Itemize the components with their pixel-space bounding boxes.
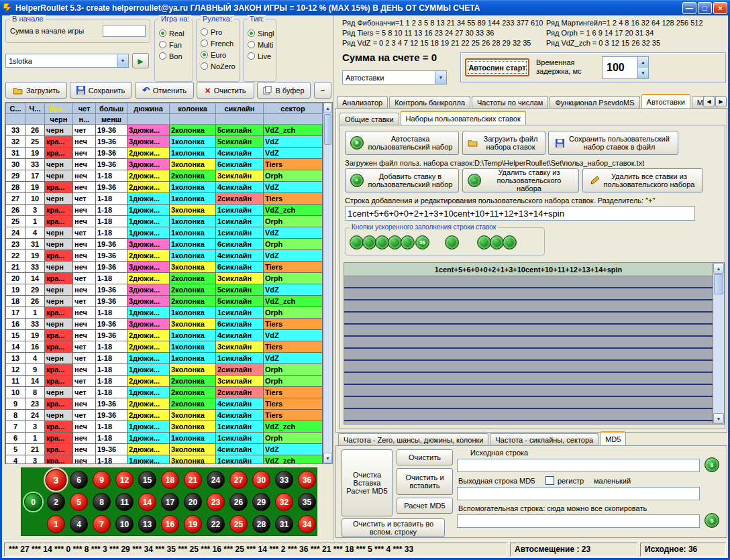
spin-down-icon[interactable]: ▼ <box>638 68 648 78</box>
md5-aux-input[interactable] <box>457 514 700 528</box>
undo-button[interactable]: ↶ Отменить <box>135 82 194 99</box>
bet-list-row[interactable] <box>344 397 713 409</box>
freq-tab-частота---сиклайны-сектора[interactable]: Частота - сиклайны, сектора <box>490 433 598 445</box>
board-number-19[interactable]: 19 <box>184 515 202 533</box>
minimize-button[interactable]: — <box>682 2 696 14</box>
bet-list-row[interactable] <box>344 276 713 288</box>
tabs-scroll-left-button[interactable]: ◀ <box>703 96 715 107</box>
chevron-down-icon[interactable]: ▼ <box>435 71 446 84</box>
remove-all-bets-button[interactable]: Удалить все ставки из пользовательского … <box>582 168 703 192</box>
quick-chip-button-7[interactable] <box>445 235 459 249</box>
delay-spinner[interactable]: 100 ▲ ▼ <box>602 56 649 79</box>
radio-option-pro[interactable]: Pro <box>201 26 236 38</box>
freq-tab-частота---zero-шансы-дюжины-колонки[interactable]: Частота - Zero, шансы, дюжины, колонки <box>338 433 488 445</box>
board-number-8[interactable]: 8 <box>93 493 111 511</box>
spin-up-icon[interactable]: ▲ <box>638 57 648 68</box>
tab-автоставки[interactable]: Автоставки <box>641 94 690 108</box>
board-number-7[interactable]: 7 <box>93 515 111 533</box>
board-number-28[interactable]: 28 <box>252 515 270 533</box>
bets-list-scrollbar[interactable]: ▲ ▼ <box>713 263 724 424</box>
quick-chip-button-6[interactable]: 5$ <box>415 235 429 249</box>
quick-chip-button-10[interactable] <box>503 235 517 249</box>
board-number-1[interactable]: 1 <box>47 515 65 533</box>
bet-list-row[interactable] <box>344 288 713 300</box>
radio-option-live[interactable]: Live <box>248 50 274 62</box>
minus-button[interactable]: − <box>314 82 331 99</box>
scroll-up-icon[interactable]: ▲ <box>323 103 332 113</box>
maximize-button[interactable]: □ <box>698 2 712 14</box>
md5-output-input[interactable] <box>457 487 700 500</box>
quick-chip-button-5[interactable] <box>401 235 415 249</box>
board-number-26[interactable]: 26 <box>229 493 248 511</box>
scrollbar-thumb[interactable] <box>324 114 331 145</box>
board-number-34[interactable]: 34 <box>298 515 316 533</box>
radio-icon[interactable] <box>159 41 166 48</box>
board-number-0[interactable]: 0 <box>24 493 42 511</box>
board-number-14[interactable]: 14 <box>138 493 156 511</box>
quick-chip-button-3[interactable] <box>375 235 389 249</box>
radio-option-fan[interactable]: Fan <box>159 39 185 50</box>
close-button[interactable]: × <box>713 2 727 14</box>
tabs-scroll-right-button[interactable]: ▶ <box>715 96 727 107</box>
board-number-35[interactable]: 35 <box>298 493 316 511</box>
radio-icon[interactable] <box>201 40 208 47</box>
load-bets-file-button[interactable]: Загрузить файл набора ставок <box>462 131 545 155</box>
board-number-2[interactable]: 2 <box>47 493 65 511</box>
tab-функционал-psevdoms[interactable]: Функционал PsevdoMS <box>550 96 639 108</box>
radio-option-bon[interactable]: Bon <box>159 50 185 62</box>
board-number-36[interactable]: 36 <box>298 471 316 489</box>
board-number-4[interactable]: 4 <box>70 515 88 533</box>
md5-clear-button[interactable]: Очистить <box>397 449 453 465</box>
board-number-23[interactable]: 23 <box>207 493 225 511</box>
radio-option-french[interactable]: French <box>201 38 236 49</box>
remove-bet-button[interactable]: − Удалить ставку из пользовательского на… <box>462 168 579 192</box>
tab-анализатор[interactable]: Анализатор <box>337 96 388 108</box>
board-number-33[interactable]: 33 <box>275 471 293 489</box>
radio-icon[interactable] <box>248 41 255 48</box>
scrollbar-thumb[interactable] <box>714 274 723 294</box>
radio-option-real[interactable]: Real <box>159 27 185 39</box>
board-number-13[interactable]: 13 <box>138 515 156 533</box>
board-number-6[interactable]: 6 <box>70 471 88 489</box>
bet-list-row[interactable] <box>344 361 713 373</box>
board-number-31[interactable]: 31 <box>275 515 293 533</box>
board-number-15[interactable]: 15 <box>138 471 156 489</box>
bet-string-input[interactable] <box>345 206 695 221</box>
board-number-11[interactable]: 11 <box>115 493 134 511</box>
load-button[interactable]: Загрузить <box>5 82 67 99</box>
md5-clear-and-paste-button[interactable]: Очистить и вставить <box>397 468 453 495</box>
board-number-5[interactable]: 5 <box>70 493 88 511</box>
mode-combobox[interactable]: Автоставки ▼ <box>342 70 447 85</box>
md5-source-input[interactable] <box>457 459 700 472</box>
subtab-наборы-пользовательских-ставок[interactable]: Наборы пользовательских ставок <box>401 111 526 125</box>
md5-source-action-button[interactable]: $ <box>705 457 719 472</box>
bet-list-row[interactable] <box>344 325 713 337</box>
history-scrollbar[interactable]: ▲ ▼ <box>323 103 332 463</box>
bet-list-row[interactable] <box>344 337 713 349</box>
scroll-down-icon[interactable]: ▼ <box>713 413 724 424</box>
radio-icon[interactable] <box>159 52 166 60</box>
bet-list-row[interactable] <box>344 385 713 397</box>
md5-calc-button[interactable]: Расчет MD5 <box>397 498 453 514</box>
bet-list-row[interactable] <box>344 349 713 361</box>
md5-aux-action-button[interactable]: $ <box>705 513 719 528</box>
chevron-down-icon[interactable]: ▼ <box>117 54 128 67</box>
subtab-общие-ставки[interactable]: Общие ставки <box>340 113 399 125</box>
register-checkbox[interactable] <box>545 476 554 485</box>
bet-list-row[interactable] <box>344 373 713 385</box>
board-number-25[interactable]: 25 <box>229 515 248 533</box>
bet-list-row[interactable] <box>344 409 713 421</box>
board-number-10[interactable]: 10 <box>115 515 134 533</box>
bet-list-row[interactable] <box>344 300 713 313</box>
board-number-24[interactable]: 24 <box>207 471 225 489</box>
play-button[interactable]: ▶ <box>132 53 149 68</box>
quick-chip-button-1[interactable] <box>350 235 364 249</box>
titlebar[interactable]: HelperRoullet 5.3- create helperroullet@… <box>0 0 730 15</box>
save-bets-file-button[interactable]: Сохранить пользовательский набор ставок … <box>548 131 678 155</box>
radio-icon[interactable] <box>201 62 208 70</box>
quick-chip-button-9[interactable] <box>490 235 504 249</box>
radio-icon[interactable] <box>201 51 208 58</box>
quick-chip-button-8[interactable] <box>477 235 491 249</box>
board-number-30[interactable]: 30 <box>252 471 270 489</box>
board-number-3[interactable]: 3 <box>46 469 67 491</box>
